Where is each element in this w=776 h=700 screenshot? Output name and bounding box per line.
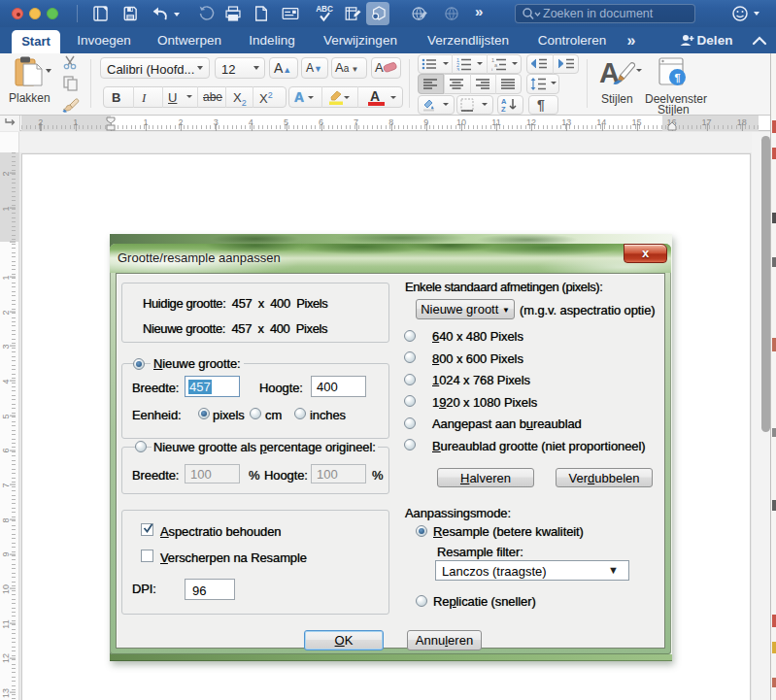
- svg-text:a: a: [494, 62, 498, 68]
- svg-text:i: i: [491, 67, 492, 72]
- svg-text:¶: ¶: [675, 72, 681, 83]
- svg-text:3: 3: [456, 67, 459, 72]
- svg-text:Z: Z: [501, 105, 506, 113]
- svg-text:ABC: ABC: [316, 5, 333, 14]
